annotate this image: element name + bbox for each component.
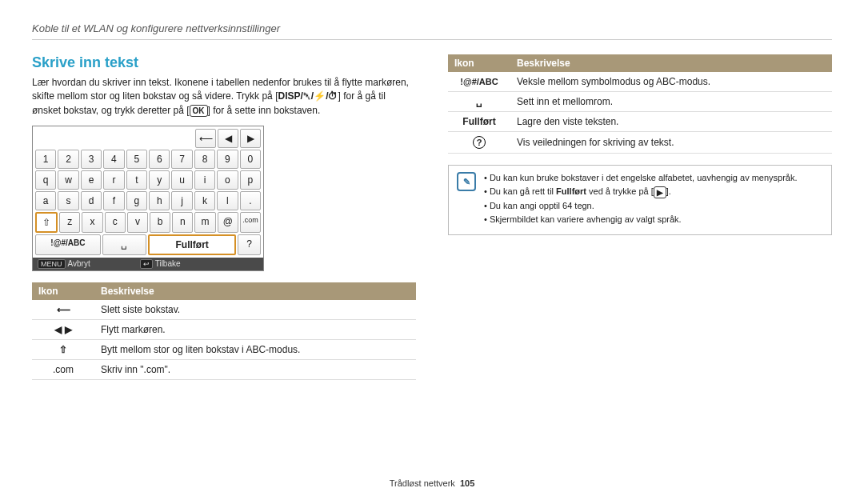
- section-title: Skrive inn tekst: [32, 54, 416, 71]
- desc-cell: Sett inn et mellomrom.: [510, 92, 832, 112]
- key[interactable]: j: [171, 191, 192, 210]
- key[interactable]: 6: [149, 150, 170, 169]
- desc-cell: Skriv inn ".com".: [94, 360, 416, 380]
- key[interactable]: k: [194, 191, 215, 210]
- key[interactable]: 8: [194, 150, 215, 169]
- note-item: Skjermbildet kan variere avhengig av val…: [484, 214, 798, 226]
- back-tag: ↩: [140, 259, 153, 269]
- keyboard-footer: MENUAvbryt ↩Tilbake: [33, 258, 263, 270]
- table-row: ⇧ Bytt mellom stor og liten bokstav i AB…: [32, 340, 416, 360]
- key-mode[interactable]: !@#/ABC: [35, 234, 101, 255]
- key[interactable]: 2: [58, 150, 78, 169]
- key[interactable]: r: [103, 170, 124, 190]
- menu-tag: MENU: [38, 259, 66, 269]
- key[interactable]: e: [81, 170, 102, 190]
- table-row: ◀ ▶ Flytt markøren.: [32, 320, 416, 340]
- key[interactable]: y: [149, 170, 170, 190]
- table-row: Fullført Lagre den viste teksten.: [448, 112, 832, 132]
- key[interactable]: x: [82, 212, 102, 233]
- kb-row-5: !@#/ABC ␣ Fullført ?: [34, 234, 262, 256]
- key-space[interactable]: ␣: [102, 234, 146, 255]
- key[interactable]: i: [194, 170, 215, 190]
- footer-cancel: MENUAvbryt: [38, 259, 90, 269]
- key[interactable]: 0: [240, 150, 261, 169]
- key[interactable]: c: [105, 212, 126, 233]
- key[interactable]: w: [58, 170, 78, 190]
- key[interactable]: n: [172, 212, 193, 233]
- table-row: ⟵ Slett siste bokstav.: [32, 300, 416, 320]
- key[interactable]: u: [171, 170, 192, 190]
- key-help[interactable]: ?: [238, 234, 261, 255]
- key[interactable]: g: [126, 191, 147, 210]
- table-row: .com Skriv inn ".com".: [32, 360, 416, 380]
- kb-row-top: ⟵ ◀ ▶: [34, 128, 262, 149]
- key-done[interactable]: Fullført: [148, 234, 236, 255]
- key[interactable]: d: [81, 191, 102, 210]
- th-desc: Beskrivelse: [94, 282, 416, 300]
- note-text: Du kan gå rett til Fullført ved å trykke…: [490, 186, 671, 196]
- desc-cell: Bytt mellom stor og liten bokstav i ABC-…: [94, 340, 416, 360]
- icon-table-left: Ikon Beskrivelse ⟵ Slett siste bokstav. …: [32, 282, 416, 380]
- desc-cell: Slett siste bokstav.: [94, 300, 416, 320]
- key[interactable]: a: [35, 191, 56, 210]
- kb-row-4: ⇧ z x c v b n m @ .com: [34, 211, 262, 234]
- footer-cancel-label: Avbryt: [68, 259, 90, 268]
- footer-back-label: Tilbake: [155, 259, 181, 268]
- icon-cell: ◀ ▶: [32, 320, 94, 340]
- table-row: ␣ Sett inn et mellomrom.: [448, 92, 832, 112]
- key[interactable]: m: [194, 212, 215, 233]
- left-column: Skrive inn tekst Lær hvordan du skriver …: [32, 54, 416, 380]
- footer-back: ↩Tilbake: [140, 259, 181, 269]
- key[interactable]: 5: [126, 150, 147, 169]
- key[interactable]: 9: [217, 150, 238, 169]
- table-row: !@#/ABC Veksle mellom symbolmodus og ABC…: [448, 72, 832, 92]
- key[interactable]: o: [217, 170, 238, 190]
- page-footer: Trådløst nettverk 105: [0, 478, 864, 488]
- note-list: Du kan kun bruke bokstaver i det engelsk…: [484, 172, 798, 228]
- key-backspace[interactable]: ⟵: [195, 129, 216, 148]
- key[interactable]: p: [240, 170, 261, 190]
- th-icon: Ikon: [32, 282, 94, 300]
- note-item: Du kan angi opptil 64 tegn.: [484, 200, 798, 212]
- key[interactable]: v: [127, 212, 148, 233]
- key[interactable]: @: [218, 212, 238, 233]
- icon-cell: ?: [448, 132, 510, 154]
- desc-cell: Vis veiledningen for skriving av tekst.: [510, 132, 832, 154]
- key[interactable]: l: [217, 191, 238, 210]
- divider: [32, 39, 832, 40]
- disp-icons: DISP/␡/⚡/⏱: [278, 90, 338, 102]
- right-column: Ikon Beskrivelse !@#/ABC Veksle mellom s…: [448, 54, 832, 380]
- note-box: ✎ Du kan kun bruke bokstaver i det engel…: [448, 165, 832, 235]
- key[interactable]: h: [149, 191, 170, 210]
- desc-cell: Veksle mellom symbolmodus og ABC-modus.: [510, 72, 832, 92]
- key-shift[interactable]: ⇧: [35, 212, 58, 233]
- desc-cell: Lagre den viste teksten.: [510, 112, 832, 132]
- th-desc: Beskrivelse: [510, 54, 832, 72]
- ok-icon: OK: [190, 105, 208, 117]
- key-right[interactable]: ▶: [240, 129, 261, 148]
- key[interactable]: b: [150, 212, 170, 233]
- key[interactable]: z: [59, 212, 80, 233]
- kb-row-1: 1 2 3 4 5 6 7 8 9 0: [34, 149, 262, 170]
- icon-cell: ␣: [448, 92, 510, 112]
- footer-section: Trådløst nettverk: [390, 478, 455, 488]
- key[interactable]: 1: [35, 150, 56, 169]
- key[interactable]: 7: [171, 150, 192, 169]
- key-left[interactable]: ◀: [218, 129, 238, 148]
- key-dotcom[interactable]: .com: [240, 212, 261, 233]
- icon-cell: ⟵: [32, 300, 94, 320]
- key[interactable]: s: [58, 191, 78, 210]
- key[interactable]: t: [126, 170, 147, 190]
- kb-row-2: q w e r t y u i o p: [34, 170, 262, 190]
- kb-row-3: a s d f g h j k l .: [34, 190, 262, 211]
- key[interactable]: f: [103, 191, 124, 210]
- onscreen-keyboard: ⟵ ◀ ▶ 1 2 3 4 5 6 7 8 9 0: [32, 126, 264, 271]
- icon-table-right: Ikon Beskrivelse !@#/ABC Veksle mellom s…: [448, 54, 832, 154]
- key[interactable]: 4: [103, 150, 124, 169]
- key[interactable]: q: [35, 170, 56, 190]
- note-item: Du kan gå rett til Fullført ved å trykke…: [484, 186, 798, 198]
- key[interactable]: .: [240, 191, 261, 210]
- page-number: 105: [460, 478, 474, 488]
- help-circle-icon: ?: [473, 136, 486, 149]
- key[interactable]: 3: [81, 150, 102, 169]
